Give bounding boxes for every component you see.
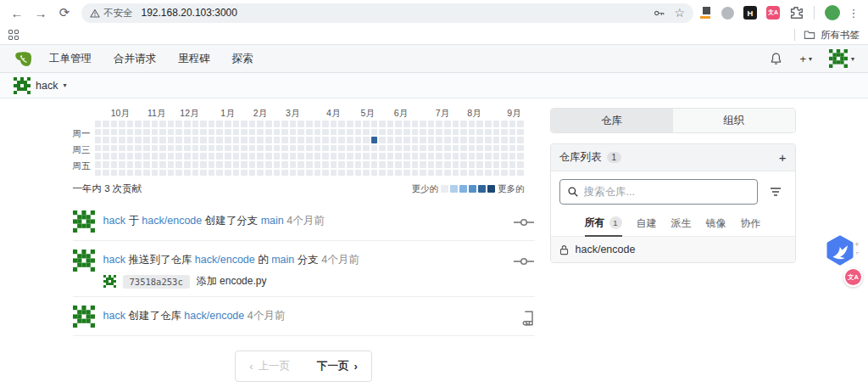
password-key-icon[interactable] [653,7,665,20]
heatmap-cell [436,153,442,160]
contribution-heatmap: 10月11月12月1月2月3月4月5月6月7月8月9月周一周三周五 [73,108,535,179]
user-menu-dropdown[interactable]: ▾ [829,49,854,68]
contribution-summary: 一年内 3 次贡献 [73,182,142,195]
tab-repositories[interactable]: 仓库 [551,109,673,132]
feed-time: 4个月前 [321,254,359,266]
heatmap-cell [509,161,516,168]
repo-filter-tab[interactable]: 所有1 [585,211,622,237]
feed-link[interactable]: main [271,254,294,266]
browser-menu-icon[interactable]: ⋮ [848,7,860,20]
feed-link[interactable]: hack [103,254,125,266]
heatmap-cell [493,145,500,152]
menu-pull-requests[interactable]: 合并请求 [114,52,156,66]
heatmap-month-label: 6月 [394,108,408,120]
not-secure-chip[interactable]: 不安全 [90,7,133,20]
profile-username[interactable]: hack [36,80,58,92]
repo-filter-tab[interactable]: 镜像 [706,210,726,236]
heatmap-cell [476,161,483,168]
menu-milestones[interactable]: 里程碑 [178,52,210,66]
feed-link[interactable]: hack [103,215,125,227]
heatmap-cell [143,137,150,143]
bookmark-star-icon[interactable]: ☆ [674,7,685,19]
heatmap-cell [509,129,516,136]
translate-mini-button[interactable]: 文A [843,267,863,287]
heatmap-cell [363,161,370,168]
heatmap-cell [517,121,524,127]
caret-down-icon[interactable]: ▾ [63,81,66,89]
extension-icon-globe[interactable] [720,5,735,20]
repo-list-item[interactable]: hack/encode [551,237,795,262]
heatmap-cell [135,161,142,168]
feed-link[interactable]: hack/encode [184,310,244,322]
feed-link[interactable]: hack/encode [195,254,255,266]
user-avatar[interactable] [73,250,95,272]
add-repo-button[interactable]: + [779,151,787,164]
create-new-dropdown[interactable]: + ▾ [799,53,812,65]
commit-hash-badge[interactable]: 73518a253c [123,275,190,289]
extension-icon-hackbar[interactable]: H [743,5,758,20]
feed-link[interactable]: main [261,215,284,227]
heatmap-cell [460,153,467,160]
heatmap-cell [216,170,223,177]
apps-grid-icon[interactable] [8,30,19,40]
user-avatar[interactable] [73,306,95,328]
legend-swatch [469,185,476,193]
feed-link[interactable]: hack [103,310,125,322]
heatmap-cell [444,145,451,152]
back-icon[interactable]: ← [7,3,27,23]
repo-filter-button[interactable] [765,181,787,203]
url-text[interactable]: 192.168.20.103:3000 [142,7,654,19]
extension-icon-translate[interactable]: 文A [765,5,781,20]
repo-search-box[interactable] [559,179,758,205]
repo-filter-tab[interactable]: 协作 [741,210,761,236]
next-page-button[interactable]: 下一页 › [303,351,371,381]
folder-icon [804,30,815,40]
heatmap-cell [436,137,442,143]
all-bookmarks-label[interactable]: 所有书签 [821,29,860,42]
heatmap-cell [331,137,337,143]
heatmap-month-label: 5月 [360,108,374,120]
heatmap-cell [143,145,150,152]
user-avatar[interactable] [73,210,95,233]
repo-filter-tab[interactable]: 派生 [671,210,692,236]
heatmap-cell [517,153,524,160]
gitea-logo[interactable] [14,48,34,69]
address-bar[interactable]: 不安全 192.168.20.103:3000 ☆ [81,3,693,23]
heatmap-cell [509,137,516,143]
heatmap-cell [371,129,378,136]
repo-name[interactable]: hack/encode [576,244,636,255]
menu-issues[interactable]: 工单管理 [49,52,92,66]
feed-link[interactable]: hack/encode [142,215,202,227]
repository-list-panel: 仓库列表 1 + [550,143,796,263]
heatmap-cell [485,137,492,143]
extension-icon-1[interactable] [700,7,712,19]
heatmap-cell [241,161,248,168]
heatmap-cell [225,153,231,160]
forward-icon[interactable]: → [31,3,51,23]
translate-widget-icon[interactable] [823,235,857,269]
repo-search-input[interactable] [584,186,750,198]
heatmap-cell [469,129,476,136]
heatmap-cell [200,145,207,152]
prev-page-button: ‹ 上一页 [236,351,303,381]
repo-filter-tab[interactable]: 自建 [637,210,657,236]
heatmap-cell [338,153,345,160]
heatmap-cell [412,170,419,177]
heatmap-month-label: 7月 [436,108,449,120]
heatmap-month-label: 12月 [180,108,198,120]
heatmap-cell [363,153,370,160]
heatmap-cell [347,153,353,160]
notifications-bell-icon[interactable] [770,52,782,65]
committer-avatar [103,275,116,288]
heatmap-cell [444,161,451,168]
heatmap-cell [517,129,524,136]
menu-explore[interactable]: 探索 [232,52,253,66]
reload-icon[interactable]: ⟳ [54,3,75,23]
extensions-puzzle-icon[interactable] [788,5,804,20]
browser-profile-avatar[interactable] [825,5,840,20]
tab-organizations[interactable]: 组织 [673,109,795,132]
heatmap-cell [209,137,215,143]
heatmap-cell [192,153,199,160]
gitea-navbar: 工单管理 合并请求 里程碑 探索 + ▾ ▾ [0,45,868,73]
heatmap-cell [379,137,386,143]
